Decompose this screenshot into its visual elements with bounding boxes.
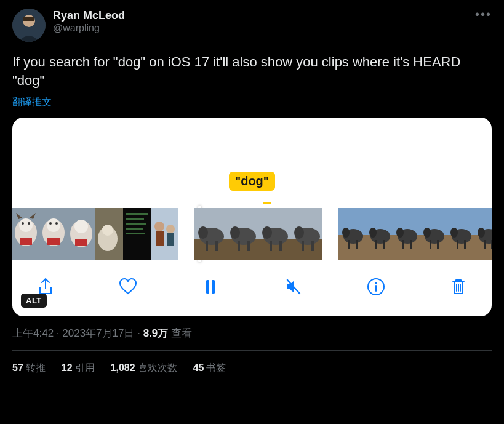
svg-point-42 xyxy=(230,226,240,239)
svg-point-48 xyxy=(262,226,272,239)
svg-rect-74 xyxy=(410,240,412,249)
svg-rect-55 xyxy=(302,241,304,251)
svg-point-60 xyxy=(342,228,350,238)
tweet-meta: 上午4:42 · 2023年7月17日 · 8.9万 查看 xyxy=(12,326,492,340)
stat-bookmarks[interactable]: 45书签 xyxy=(193,362,226,375)
video-clip[interactable] xyxy=(194,208,322,260)
svg-rect-79 xyxy=(430,240,431,249)
svg-point-97 xyxy=(375,282,377,284)
svg-rect-93 xyxy=(206,280,209,294)
handle[interactable]: @warpling xyxy=(53,22,475,34)
svg-rect-25 xyxy=(126,223,146,225)
tweet-date[interactable]: 2023年7月17日 xyxy=(62,327,134,339)
video-clip[interactable] xyxy=(338,208,492,260)
filmstrip xyxy=(12,204,492,261)
svg-rect-49 xyxy=(270,241,272,251)
svg-point-66 xyxy=(369,228,377,238)
svg-rect-50 xyxy=(279,241,282,251)
svg-point-90 xyxy=(478,228,485,238)
svg-point-21 xyxy=(102,225,113,236)
heart-icon[interactable] xyxy=(116,274,140,299)
retweets-label: 转推 xyxy=(26,362,46,373)
svg-point-11 xyxy=(47,218,60,232)
svg-point-78 xyxy=(423,228,431,238)
media-toolbar xyxy=(12,261,492,316)
mute-icon[interactable] xyxy=(281,274,306,299)
svg-rect-18 xyxy=(75,239,87,246)
svg-rect-56 xyxy=(311,241,314,251)
svg-rect-44 xyxy=(247,241,250,251)
svg-rect-32 xyxy=(167,233,174,246)
svg-rect-38 xyxy=(215,241,218,251)
svg-rect-61 xyxy=(348,240,350,249)
author-block: Ryan McLeod @warpling xyxy=(53,9,475,34)
likes-count: 1,082 xyxy=(111,362,135,373)
svg-point-29 xyxy=(154,222,164,231)
translate-link[interactable]: 翻译推文 xyxy=(12,96,492,109)
svg-point-7 xyxy=(28,222,30,225)
display-name[interactable]: Ryan McLeod xyxy=(53,9,475,22)
svg-rect-80 xyxy=(437,240,439,249)
quotes-label: 引用 xyxy=(75,362,95,373)
bookmarks-count: 45 xyxy=(193,362,204,373)
svg-point-72 xyxy=(396,228,404,238)
svg-rect-43 xyxy=(238,241,240,251)
svg-rect-62 xyxy=(356,240,358,249)
likes-label: 喜欢次数 xyxy=(138,362,177,373)
bookmarks-label: 书签 xyxy=(206,362,226,373)
svg-point-5 xyxy=(19,218,33,232)
retweets-count: 57 xyxy=(12,362,23,373)
more-icon[interactable]: ••• xyxy=(475,9,492,20)
search-tag: "dog" xyxy=(229,172,276,191)
svg-rect-68 xyxy=(383,240,385,249)
trash-icon[interactable] xyxy=(446,274,471,299)
svg-point-30 xyxy=(166,225,175,233)
svg-rect-91 xyxy=(484,240,486,249)
avatar[interactable] xyxy=(12,9,46,42)
svg-rect-27 xyxy=(126,233,145,234)
tweet-container: Ryan McLeod @warpling ••• If you search … xyxy=(0,0,504,386)
svg-point-13 xyxy=(55,222,58,225)
views-count: 8.9万 xyxy=(143,327,169,339)
svg-rect-28 xyxy=(151,208,178,260)
svg-rect-94 xyxy=(212,280,215,294)
svg-rect-26 xyxy=(126,228,143,230)
tweet-time[interactable]: 上午4:42 xyxy=(12,327,54,339)
tweet-text: If you search for "dog" on iOS 17 it'll … xyxy=(12,53,492,90)
tweet-header: Ryan McLeod @warpling ••• xyxy=(12,9,492,42)
svg-rect-8 xyxy=(20,238,32,245)
svg-rect-86 xyxy=(464,240,466,249)
quotes-count: 12 xyxy=(62,362,73,373)
svg-point-17 xyxy=(74,220,88,233)
svg-point-36 xyxy=(198,226,208,239)
svg-point-6 xyxy=(22,222,24,225)
svg-rect-73 xyxy=(402,240,404,249)
svg-rect-31 xyxy=(156,231,164,246)
stat-quotes[interactable]: 12引用 xyxy=(62,362,95,375)
stat-likes[interactable]: 1,082喜欢次数 xyxy=(111,362,177,375)
svg-rect-24 xyxy=(126,218,144,220)
svg-rect-92 xyxy=(491,240,492,249)
svg-rect-14 xyxy=(47,238,60,245)
svg-rect-37 xyxy=(206,241,208,251)
pause-icon[interactable] xyxy=(198,274,223,299)
video-clip[interactable] xyxy=(12,208,178,260)
svg-point-12 xyxy=(49,222,52,225)
svg-rect-67 xyxy=(375,240,377,249)
search-tag-wrap: "dog" xyxy=(12,172,492,191)
info-icon[interactable] xyxy=(364,274,388,299)
svg-rect-2 xyxy=(23,17,34,21)
stat-retweets[interactable]: 57转推 xyxy=(12,362,46,375)
svg-point-84 xyxy=(450,228,458,238)
media-card[interactable]: "dog" xyxy=(12,118,492,316)
svg-point-54 xyxy=(294,226,304,239)
svg-rect-85 xyxy=(457,240,458,249)
tweet-stats: 57转推 12引用 1,082喜欢次数 45书签 xyxy=(12,351,492,386)
alt-badge[interactable]: ALT xyxy=(21,294,47,308)
svg-rect-23 xyxy=(126,213,148,215)
views-label: 查看 xyxy=(171,327,192,339)
